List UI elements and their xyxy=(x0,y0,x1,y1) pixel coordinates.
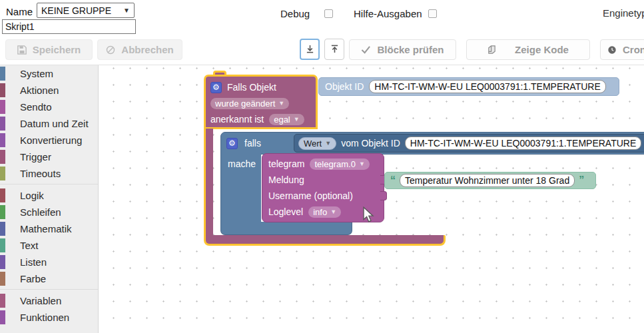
toolbox-category-timeouts[interactable]: Timeouts xyxy=(0,165,98,182)
debug-label: Debug xyxy=(280,8,310,19)
trigger-type-dropdown[interactable]: wurde geändert ▼ xyxy=(210,98,289,109)
group-select[interactable]: KEINE GRUPPE ▼ xyxy=(37,3,135,18)
toolbox-category-logik[interactable]: Logik xyxy=(0,187,98,204)
category-color-chip xyxy=(0,310,5,324)
script-name-input[interactable] xyxy=(2,19,136,34)
chevron-down-icon: ▼ xyxy=(325,140,331,147)
trigger-type-value: wurde geändert xyxy=(215,99,275,109)
attribute-value: Wert xyxy=(304,139,322,149)
cancel-button[interactable]: Abbrechen xyxy=(97,39,182,60)
toolbar: Speichern Abbrechen Blöcke prüfen Zeige … xyxy=(0,37,644,65)
import-icon xyxy=(330,45,339,54)
get-value-objekt-id-field[interactable]: HM-TC-IT-WM-W-EU LEQ0003791:1.TEMPERATUR… xyxy=(405,137,641,150)
text-block[interactable]: “ Temperatur Wohnzimmer unter 18 Grad ” xyxy=(384,172,596,189)
category-color-chip xyxy=(0,188,5,202)
ack-dropdown[interactable]: egal ▼ xyxy=(269,114,304,125)
category-color-chip xyxy=(0,294,5,308)
save-button-label: Speichern xyxy=(33,44,81,55)
cancel-button-label: Abbrechen xyxy=(121,44,173,55)
category-label: Timeouts xyxy=(20,168,61,179)
toolbox-category-aktionen[interactable]: Aktionen xyxy=(0,82,98,99)
cron-button[interactable]: Cron xyxy=(600,39,644,60)
category-color-chip xyxy=(0,238,5,252)
mouse-cursor xyxy=(362,206,375,222)
blockly-script-editor: Name KEINE GRUPPE ▼ Debug Hilfe-Ausgaben… xyxy=(0,0,644,333)
username-label: Username (optional) xyxy=(268,190,353,201)
message-text-field[interactable]: Temperatur Wohnzimmer unter 18 Grad xyxy=(400,174,575,187)
falls-objekt-bottom xyxy=(204,235,446,246)
category-label: Trigger xyxy=(20,151,51,163)
category-label: Logik xyxy=(20,190,44,201)
category-color-chip xyxy=(0,166,5,180)
category-label: Variablen xyxy=(20,295,61,306)
category-color-chip xyxy=(0,255,5,269)
toolbox-category-sendto[interactable]: Sendto xyxy=(0,99,98,115)
check-blocks-button[interactable]: Blöcke prüfen xyxy=(349,39,456,60)
objekt-id-field[interactable]: HM-TC-IT-WM-W-EU LEQ0003791:1.TEMPERATUR… xyxy=(369,80,605,93)
export-blocks-button[interactable] xyxy=(300,39,320,60)
falls-objekt-block[interactable]: ⚙ Falls Objekt wurde geändert ▼ anerkann… xyxy=(204,75,318,129)
objekt-id-block[interactable]: Objekt ID HM-TC-IT-WM-W-EU LEQ0003791:1.… xyxy=(318,77,619,96)
blockly-canvas[interactable]: ⚙ Falls Objekt wurde geändert ▼ anerkann… xyxy=(99,65,644,333)
toolbox-category-konvertierung[interactable]: Konvertierung xyxy=(0,132,98,149)
category-label: Farbe xyxy=(20,273,46,284)
telegram-instance-dropdown[interactable]: telegram.0 ▼ xyxy=(310,159,369,170)
import-blocks-button[interactable] xyxy=(324,39,344,60)
debug-checkbox[interactable] xyxy=(324,9,333,18)
gear-icon[interactable]: ⚙ xyxy=(226,138,238,149)
from-objekt-id-label: vom Objekt ID xyxy=(341,138,400,149)
category-color-chip xyxy=(0,100,5,114)
help-output-checkbox[interactable] xyxy=(428,9,437,18)
toolbox-category-listen[interactable]: Listen xyxy=(0,254,98,270)
toolbox-category-schleifen[interactable]: Schleifen xyxy=(0,204,98,220)
floppy-icon xyxy=(17,45,27,55)
category-color-chip xyxy=(0,272,5,286)
category-color-chip xyxy=(0,150,5,164)
mache-label: mache xyxy=(228,159,256,169)
loglevel-dropdown[interactable]: info ▼ xyxy=(308,206,341,218)
category-label: Konvertierung xyxy=(20,135,82,146)
blockly-toolbox: SystemAktionenSendtoDatum und ZeitKonver… xyxy=(0,65,99,333)
header-bar: Name KEINE GRUPPE ▼ Debug Hilfe-Ausgaben… xyxy=(0,0,644,37)
code-icon xyxy=(487,45,496,54)
toolbox-category-datum-und-zeit[interactable]: Datum und Zeit xyxy=(0,115,98,132)
close-quote-icon: ” xyxy=(579,174,584,186)
category-label: Aktionen xyxy=(20,85,59,96)
save-button[interactable]: Speichern xyxy=(5,39,93,60)
falls-if-bottom xyxy=(220,222,352,235)
toolbox-category-text[interactable]: Text xyxy=(0,237,98,254)
check-blocks-label: Blöcke prüfen xyxy=(377,44,444,55)
toolbox-category-farbe[interactable]: Farbe xyxy=(0,270,98,287)
chevron-down-icon: ▼ xyxy=(123,7,130,14)
loglevel-value: info xyxy=(313,207,327,217)
show-code-label: Zeige Kode xyxy=(515,44,569,55)
category-label: Mathematik xyxy=(20,223,72,234)
gear-icon[interactable]: ⚙ xyxy=(210,82,222,93)
export-icon xyxy=(306,45,314,54)
toolbox-category-system[interactable]: System xyxy=(0,65,98,82)
telegram-title: telegram xyxy=(268,159,304,169)
chevron-down-icon: ▼ xyxy=(359,161,365,167)
toolbox-category-mathematik[interactable]: Mathematik xyxy=(0,220,98,237)
enginetyp-label: Enginetyp xyxy=(603,7,644,19)
falls-if-spine: mache xyxy=(220,154,261,222)
ack-value: egal xyxy=(274,115,290,125)
help-output-label: Hilfe-Ausgaben xyxy=(354,8,422,19)
toolbox-category-variablen[interactable]: Variablen xyxy=(0,292,98,309)
chevron-down-icon: ▼ xyxy=(294,116,300,123)
attribute-dropdown[interactable]: Wert ▼ xyxy=(298,137,336,150)
toolbox-category-funktionen[interactable]: Funktionen xyxy=(0,309,98,326)
username-input-connector xyxy=(380,191,387,200)
clock-icon xyxy=(607,45,617,55)
telegram-instance-value: telegram.0 xyxy=(314,159,355,169)
category-color-chip xyxy=(0,222,5,236)
name-label: Name xyxy=(6,6,33,17)
show-code-button[interactable]: Zeige Kode xyxy=(466,39,590,60)
loglevel-label: Loglevel xyxy=(268,206,303,217)
chevron-down-icon: ▼ xyxy=(278,100,284,107)
get-value-block[interactable]: Wert ▼ vom Objekt ID HM-TC-IT-WM-W-EU LE… xyxy=(294,134,644,153)
category-label: Funktionen xyxy=(20,312,69,323)
toolbox-category-trigger[interactable]: Trigger xyxy=(0,149,98,165)
category-color-chip xyxy=(0,133,5,147)
workspace: SystemAktionenSendtoDatum und ZeitKonver… xyxy=(0,65,644,333)
